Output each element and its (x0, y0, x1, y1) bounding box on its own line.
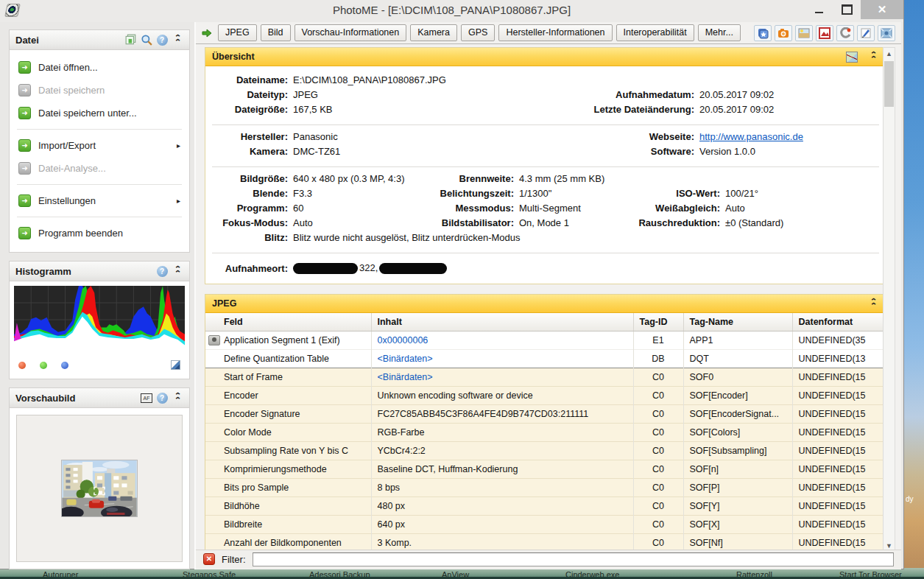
table-row[interactable]: Start of Frame<Binärdaten>C0SOF0UNDEFINE… (205, 368, 886, 386)
channel-blue-dot[interactable] (61, 362, 68, 369)
overview-title: Übersicht (212, 52, 846, 62)
preview-panel: Vorschaubild AF ? ⌃⌃ (9, 387, 190, 569)
overview-body: Dateiname:E:\DCIM\108_PANA\P1080867.JPGD… (205, 66, 886, 284)
tab-vorschau-informationen[interactable]: Vorschau-Informationen (295, 24, 407, 41)
table-row[interactable]: Color ModeRGB-FarbeC0SOF[Colors]UNDEFINE… (205, 423, 886, 441)
green-arrow-icon: ➜ (18, 84, 31, 96)
channel-red-dot[interactable] (18, 362, 26, 369)
field-value: Version 1.0.0 (699, 146, 881, 157)
channel-green-dot[interactable] (40, 362, 47, 369)
collapse-icon[interactable]: ⌃⌃ (172, 393, 183, 403)
filter-label: Filter: (222, 554, 246, 565)
tab-bild[interactable]: Bild (261, 24, 291, 41)
main-area: JPEGBildVorschau-InformationenKameraGPSH… (194, 22, 901, 569)
table-row[interactable]: Define Quantization Table<Binärdaten>DBD… (205, 349, 886, 368)
tab-interoperabilität[interactable]: Interoperabilität (616, 24, 694, 41)
menu-item-import-export[interactable]: ➜Import/Export▸ (10, 134, 189, 157)
binary-data-link[interactable]: 0x00000006 (378, 335, 429, 345)
menu-item-label: Datei öffnen... (38, 62, 180, 73)
desktop-wallpaper-right: dy (904, 0, 924, 579)
copy-pages-icon[interactable] (125, 34, 137, 46)
help-icon[interactable]: ? (156, 34, 168, 46)
menu-item-datei-ffnen[interactable]: ➜Datei öffnen... (10, 56, 189, 79)
scroll-content: Übersicht ⌃⌃ Dateiname:E:\DCIM\108_PANA\… (205, 47, 886, 552)
website-link[interactable]: http://www.panasonic.de (699, 131, 803, 142)
menu-item-programm-beenden[interactable]: ➜Programm beenden (10, 222, 189, 245)
minimize-button[interactable] (805, 0, 833, 19)
image-viewer-icon[interactable] (795, 25, 813, 41)
column-header-feld[interactable]: Feld (205, 313, 371, 331)
overview-row: Blende:F3.3Belichtungszeit:1/1300"ISO-We… (211, 188, 881, 203)
histogram-panel-title: Histogramm (15, 266, 152, 277)
table-row[interactable]: Application Segment 1 (Exif)0x00000006E1… (205, 331, 886, 349)
photo-gallery-icon[interactable] (754, 25, 772, 41)
collapse-icon[interactable]: ⌃⌃ (172, 35, 183, 45)
help-icon[interactable]: ? (156, 265, 168, 277)
tab-hersteller-informationen[interactable]: Hersteller-Informationen (498, 24, 612, 41)
file-panel: Datei ? ⌃⌃ ➜Datei öffnen...➜Datei speich… (9, 29, 190, 253)
overview-header[interactable]: Übersicht ⌃⌃ (205, 48, 886, 66)
column-header-tag-id[interactable]: Tag-ID (633, 313, 683, 331)
cell-tag-id: C0 (633, 404, 683, 423)
af-frame-icon[interactable]: AF (141, 392, 152, 404)
binary-data-link[interactable]: <Binärdaten> (378, 372, 433, 382)
table-row[interactable]: Bildhöhe480 pxC0SOF[Y]UNDEFINED(15 (205, 496, 886, 515)
cell-tag-name: DQT (683, 349, 792, 368)
table-row[interactable]: KomprimierungsmethodeBaseline DCT, Huffm… (205, 460, 886, 478)
field-value: 100/21° (725, 188, 881, 199)
menu-item-datei-speichern-unter[interactable]: ➜Datei speichern unter... (10, 102, 189, 124)
go-arrow-icon[interactable] (202, 28, 212, 38)
table-row[interactable]: Bildbreite640 pxC0SOF[X]UNDEFINED(15 (205, 515, 886, 533)
preview-panel-header: Vorschaubild AF ? ⌃⌃ (10, 388, 189, 408)
collapse-icon[interactable]: ⌃⌃ (172, 267, 183, 276)
cell-inhalt: Baseline DCT, Huffman-Kodierung (371, 460, 633, 478)
field-label: Dateiname: (211, 74, 293, 85)
field-label: Blitz: (211, 232, 293, 243)
collapse-icon[interactable]: ⌃⌃ (867, 52, 879, 62)
map-icon[interactable] (846, 52, 858, 63)
field-label: Webseite: (582, 131, 699, 142)
scroll-thumb[interactable] (884, 61, 894, 107)
maximize-button[interactable] (833, 0, 861, 19)
tab-kamera[interactable]: Kamera (410, 24, 457, 41)
cell-feld: Start of Frame (205, 368, 371, 386)
table-header-row[interactable]: FeldInhaltTag-IDTag-NameDatenformat (205, 313, 886, 331)
frame-image-icon[interactable] (878, 25, 895, 41)
titlebar[interactable]: PhotoME - [E:\DCIM\108_PANA\P1080867.JPG… (0, 0, 903, 22)
resize-icon[interactable] (171, 360, 180, 370)
table-row[interactable]: Encoder SignatureFC27C85ABB45C3F86A4FE4D… (205, 404, 886, 423)
filter-input[interactable] (253, 552, 895, 566)
help-icon[interactable]: ? (156, 392, 168, 404)
column-header-datenformat[interactable]: Datenformat (792, 313, 886, 331)
cell-feld: Encoder (205, 386, 371, 404)
menu-item-einstellungen[interactable]: ➜Einstellungen▸ (10, 189, 189, 212)
photome-window: PhotoME - [E:\DCIM\108_PANA\P1080867.JPG… (0, 0, 904, 569)
green-arrow-icon: ➜ (18, 139, 31, 152)
field-label: Rauschreduktion: (629, 217, 725, 228)
jpeg-header[interactable]: JPEG ⌃⌃ (205, 295, 886, 313)
tab-gps[interactable]: GPS (461, 24, 495, 41)
field-label: Software: (582, 146, 699, 157)
vertical-scrollbar[interactable]: ▲ ▼ (883, 47, 895, 552)
table-row[interactable]: EncoderUnknown encoding software or devi… (205, 386, 886, 404)
table-row[interactable]: Subsampling Rate von Y bis CYCbCr4:2:2C0… (205, 441, 886, 460)
tab-jpeg[interactable]: JPEG (218, 24, 257, 41)
cell-tag-id: C0 (633, 460, 683, 478)
field-label: Brennweite: (416, 173, 519, 184)
tab-mehr[interactable]: Mehr... (698, 24, 741, 41)
filter-close-icon[interactable]: ✕ (203, 553, 215, 565)
table-row[interactable]: Bits pro Sample8 bpsC0SOF[P]UNDEFINED(15 (205, 478, 886, 496)
cell-tag-name: APP1 (683, 331, 792, 349)
column-header-inhalt[interactable]: Inhalt (371, 313, 633, 331)
pen-tool-icon[interactable] (857, 25, 875, 41)
close-button[interactable]: ✕ (861, 0, 903, 19)
collapse-icon[interactable]: ⌃⌃ (867, 299, 879, 309)
camera-icon[interactable] (775, 25, 792, 41)
magnifier-icon[interactable] (141, 34, 152, 46)
scroll-up-arrow[interactable]: ▲ (884, 48, 895, 60)
column-header-tag-name[interactable]: Tag-Name (683, 313, 792, 331)
binary-data-link[interactable]: <Binärdaten> (378, 354, 433, 364)
loupe-icon[interactable] (836, 25, 854, 41)
image-editor-icon[interactable] (816, 25, 833, 41)
overview-row: Dateiname:E:\DCIM\108_PANA\P1080867.JPG (211, 74, 881, 89)
